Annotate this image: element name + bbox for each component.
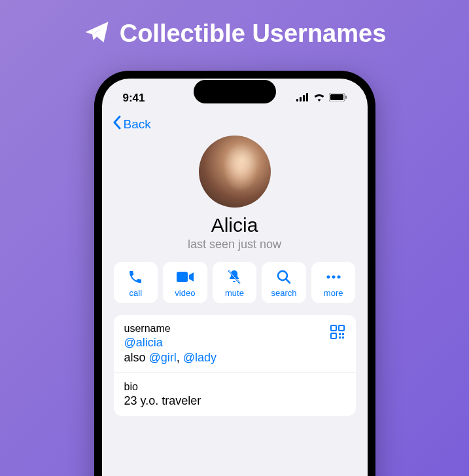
dynamic-island (194, 80, 276, 103)
svg-rect-6 (345, 96, 347, 99)
profile-status: last seen just now (188, 238, 281, 251)
wifi-icon (313, 92, 325, 105)
bio-row: bio 23 y.o. traveler (114, 373, 356, 416)
svg-point-14 (337, 276, 340, 279)
status-time: 9:41 (123, 92, 145, 105)
back-button[interactable]: Back (113, 115, 151, 133)
bio-value: 23 y.o. traveler (124, 394, 345, 408)
svg-rect-17 (331, 333, 336, 339)
bell-slash-icon (226, 268, 243, 285)
svg-rect-21 (342, 337, 344, 339)
phone-frame: 9:41 Back Ali (94, 71, 375, 476)
video-icon (177, 268, 194, 285)
username-also: also @girl, @lady (124, 351, 345, 365)
svg-point-13 (332, 276, 335, 279)
info-card: username @alicia also @girl, @lady bio 2… (114, 315, 356, 416)
search-button[interactable]: search (262, 262, 306, 303)
search-icon (275, 268, 292, 285)
svg-point-12 (326, 276, 330, 279)
more-icon (325, 268, 342, 285)
chevron-left-icon (113, 115, 121, 133)
banner: Collectible Usernames (0, 0, 469, 48)
svg-rect-19 (342, 333, 344, 335)
username-label: username (124, 323, 345, 335)
svg-rect-5 (330, 94, 343, 100)
svg-rect-18 (339, 333, 341, 335)
svg-rect-2 (303, 95, 305, 101)
also-link-2[interactable]: @lady (183, 351, 217, 364)
svg-rect-3 (306, 93, 308, 101)
telegram-icon (83, 18, 111, 48)
svg-rect-0 (296, 99, 298, 101)
phone-icon (127, 268, 144, 285)
mute-label: mute (225, 288, 244, 298)
svg-rect-1 (300, 97, 302, 101)
call-button[interactable]: call (114, 262, 158, 303)
qr-icon[interactable] (330, 324, 345, 342)
video-label: video (175, 288, 195, 298)
more-label: more (324, 288, 343, 298)
back-label: Back (124, 117, 151, 132)
cellular-icon (296, 92, 309, 105)
bio-label: bio (124, 381, 345, 393)
mute-button[interactable]: mute (213, 262, 257, 303)
svg-rect-16 (339, 325, 344, 331)
banner-title: Collectible Usernames (120, 20, 387, 48)
svg-rect-20 (339, 337, 341, 339)
avatar[interactable] (199, 136, 271, 208)
svg-rect-15 (331, 325, 336, 331)
action-row: call video mute search (102, 262, 368, 315)
username-row[interactable]: username @alicia also @girl, @lady (114, 315, 356, 373)
video-button[interactable]: video (163, 262, 207, 303)
nav-bar: Back (102, 110, 368, 136)
battery-icon (329, 92, 347, 105)
search-label: search (271, 288, 297, 298)
phone-screen: 9:41 Back Ali (102, 79, 368, 476)
svg-line-11 (286, 279, 290, 283)
also-link-1[interactable]: @girl (149, 351, 177, 364)
call-label: call (130, 288, 143, 298)
more-button[interactable]: more (311, 262, 356, 303)
svg-rect-7 (177, 272, 188, 282)
username-value: @alicia (124, 336, 345, 350)
profile-section: Alicia last seen just now (102, 136, 368, 262)
profile-name: Alicia (211, 214, 258, 236)
